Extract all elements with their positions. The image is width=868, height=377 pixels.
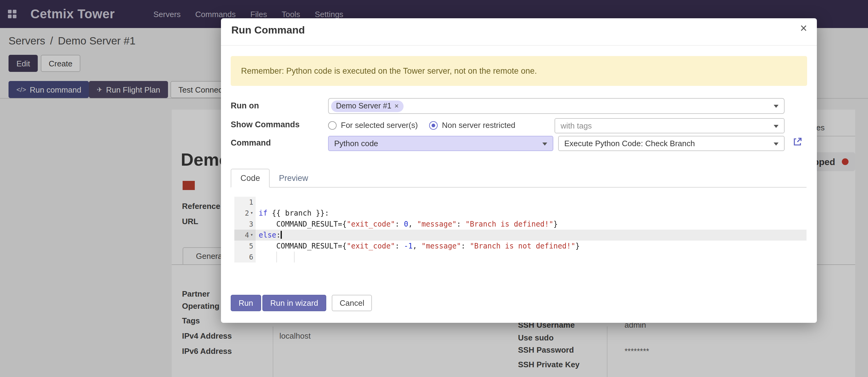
command-select[interactable]: Execute Python Code: Check Branch — [558, 136, 785, 151]
code-line-5[interactable]: 5 COMMAND_RESULT={"exit_code": -1, "mess… — [234, 240, 807, 252]
run-command-modal: Run Command × Remember: Python code is e… — [221, 18, 817, 323]
gutter-line-number: 5 — [234, 240, 256, 252]
dropdown-caret-icon — [774, 105, 778, 108]
warning-text: Remember: Python code is executed on the… — [241, 66, 537, 76]
code-line-content[interactable] — [256, 197, 807, 208]
modal-title: Run Command — [231, 24, 305, 36]
warning-banner: Remember: Python code is executed on the… — [231, 56, 807, 86]
radio-non-server-restricted[interactable]: Non server restricted — [429, 121, 515, 130]
code-editor[interactable]: 12▾if {{ branch }}:3 COMMAND_RESULT={"ex… — [234, 197, 807, 262]
screen: Cetmix Tower Servers Commands Files Tool… — [0, 0, 868, 377]
server-tag[interactable]: Demo Server #1 × — [331, 100, 404, 112]
code-line-4[interactable]: 4▾else: — [234, 230, 807, 240]
command-select-value: Execute Python Code: Check Branch — [564, 139, 695, 148]
code-line-1[interactable]: 1 — [234, 197, 807, 208]
code-line-content[interactable]: if {{ branch }}: — [256, 208, 807, 219]
text-cursor — [281, 231, 282, 239]
code-line-content[interactable]: COMMAND_RESULT={"exit_code": 0, "message… — [256, 219, 807, 230]
tag-remove-icon[interactable]: × — [395, 102, 399, 110]
radio-for-selected-servers[interactable]: For selected server(s) — [328, 121, 418, 130]
dropdown-caret-icon — [774, 124, 778, 127]
dropdown-caret-icon — [542, 142, 547, 145]
run-on-label: Run on — [231, 101, 259, 110]
gutter-line-number: 6 — [234, 252, 256, 262]
gutter-line-number: 2▾ — [234, 208, 256, 219]
run-on-input[interactable]: Demo Server #1 × — [328, 98, 785, 114]
code-editor-lines: 12▾if {{ branch }}:3 COMMAND_RESULT={"ex… — [234, 197, 807, 262]
cancel-button[interactable]: Cancel — [332, 295, 372, 311]
code-line-2[interactable]: 2▾if {{ branch }}: — [234, 208, 807, 219]
radio-label: Non server restricted — [442, 121, 515, 130]
gutter-line-number: 4▾ — [234, 230, 256, 240]
server-tag-label: Demo Server #1 — [336, 102, 392, 110]
external-link-svg — [793, 137, 802, 147]
show-commands-label: Show Commands — [231, 120, 300, 129]
command-type-value: Python code — [334, 139, 378, 148]
code-line-6[interactable]: 6 — [234, 252, 807, 262]
tab-bar: Code Preview — [231, 169, 807, 187]
dropdown-caret-icon — [774, 142, 778, 145]
fold-arrow-icon[interactable]: ▾ — [250, 230, 253, 240]
fold-arrow-icon[interactable]: ▾ — [250, 208, 253, 219]
close-icon[interactable]: × — [800, 22, 807, 34]
modal-header-divider — [221, 45, 817, 46]
with-tags-value: with tags — [561, 121, 592, 130]
command-label: Command — [231, 138, 271, 147]
external-link-icon[interactable] — [793, 137, 803, 147]
code-line-content[interactable] — [256, 252, 807, 262]
with-tags-select[interactable]: with tags — [555, 118, 785, 134]
tab-preview[interactable]: Preview — [270, 169, 317, 187]
radio-icon[interactable] — [429, 121, 438, 129]
gutter-line-number: 3 — [234, 219, 256, 230]
radio-icon[interactable] — [328, 121, 337, 129]
code-line-content[interactable]: else: — [256, 230, 807, 240]
run-button[interactable]: Run — [231, 295, 261, 311]
gutter-line-number: 1 — [234, 197, 256, 208]
radio-label: For selected server(s) — [341, 121, 418, 130]
tab-code[interactable]: Code — [231, 169, 270, 187]
code-line-content[interactable]: COMMAND_RESULT={"exit_code": -1, "messag… — [256, 240, 807, 252]
command-type-select[interactable]: Python code — [328, 136, 553, 151]
app-root: Cetmix Tower Servers Commands Files Tool… — [0, 0, 868, 377]
run-in-wizard-button[interactable]: Run in wizard — [262, 295, 326, 311]
code-line-3[interactable]: 3 COMMAND_RESULT={"exit_code": 0, "messa… — [234, 219, 807, 230]
